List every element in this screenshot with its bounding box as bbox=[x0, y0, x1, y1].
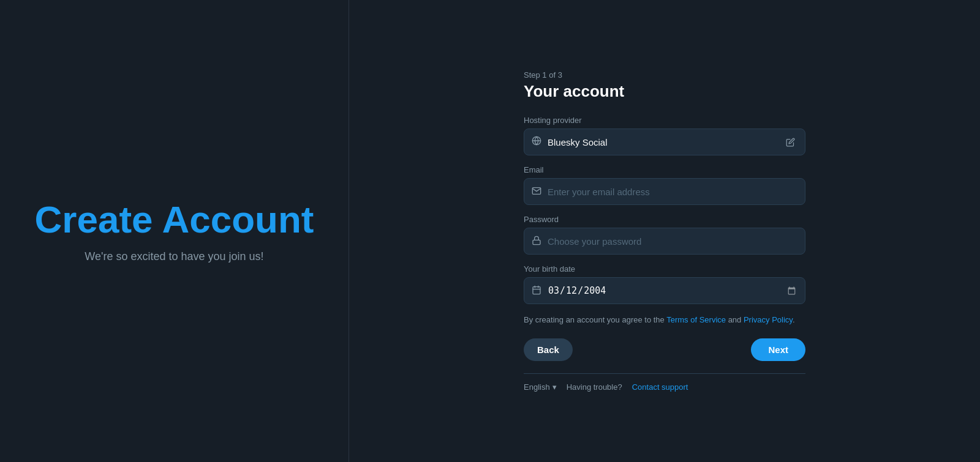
email-label: Email bbox=[524, 165, 805, 174]
birthdate-input[interactable] bbox=[548, 285, 797, 297]
lock-icon bbox=[532, 236, 541, 247]
birthdate-field: Your birth date bbox=[524, 264, 805, 304]
form-container: Step 1 of 3 Your account Hosting provide… bbox=[524, 70, 805, 392]
next-button[interactable]: Next bbox=[751, 338, 805, 361]
page-subtitle: We're so excited to have you join us! bbox=[85, 250, 263, 263]
birthdate-label: Your birth date bbox=[524, 264, 805, 274]
svg-rect-2 bbox=[533, 240, 540, 244]
form-title: Your account bbox=[524, 82, 805, 101]
language-label: English bbox=[524, 382, 550, 392]
mail-icon bbox=[532, 186, 541, 198]
contact-support-link[interactable]: Contact support bbox=[632, 382, 688, 392]
right-panel: Step 1 of 3 Your account Hosting provide… bbox=[349, 0, 980, 462]
footer-row: English ▾ Having trouble? Contact suppor… bbox=[524, 382, 805, 392]
step-indicator: Step 1 of 3 bbox=[524, 70, 805, 80]
email-field: Email bbox=[524, 165, 805, 205]
button-row: Back Next bbox=[524, 338, 805, 361]
birthdate-wrapper bbox=[524, 277, 805, 304]
password-label: Password bbox=[524, 215, 805, 224]
terms-text: By creating an account you agree to the … bbox=[524, 314, 805, 326]
left-panel: Create Account We're so excited to have … bbox=[0, 0, 349, 462]
back-button[interactable]: Back bbox=[524, 338, 573, 361]
edit-hosting-button[interactable] bbox=[783, 135, 797, 149]
privacy-policy-link[interactable]: Privacy Policy bbox=[744, 315, 793, 324]
hosting-provider-wrapper: Bluesky Social bbox=[524, 129, 805, 155]
globe-icon bbox=[532, 136, 541, 148]
language-selector[interactable]: English ▾ bbox=[524, 382, 557, 392]
terms-of-service-link[interactable]: Terms of Service bbox=[666, 315, 726, 324]
email-input[interactable] bbox=[548, 187, 797, 197]
password-wrapper bbox=[524, 228, 805, 255]
password-field: Password bbox=[524, 215, 805, 255]
trouble-text: Having trouble? bbox=[567, 382, 622, 392]
chevron-down-icon: ▾ bbox=[552, 382, 557, 392]
divider bbox=[524, 373, 805, 374]
page-title: Create Account bbox=[10, 199, 339, 240]
password-input[interactable] bbox=[548, 236, 797, 247]
hosting-provider-value: Bluesky Social bbox=[548, 137, 608, 147]
email-wrapper bbox=[524, 178, 805, 205]
hosting-provider-label: Hosting provider bbox=[524, 116, 805, 125]
hosting-provider-field: Hosting provider Bluesky Social bbox=[524, 116, 805, 155]
svg-rect-3 bbox=[533, 286, 540, 294]
calendar-icon bbox=[532, 285, 541, 297]
